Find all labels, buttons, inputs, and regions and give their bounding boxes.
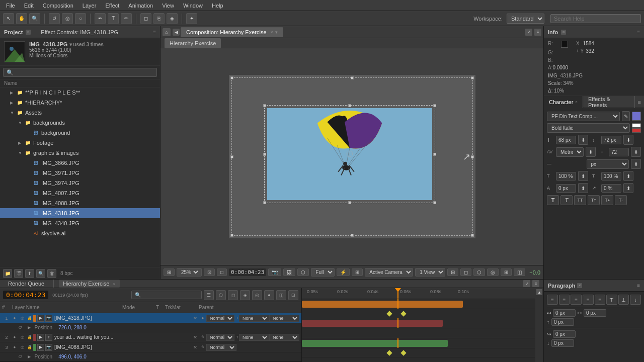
stroke-color-chip[interactable] [632, 128, 641, 133]
skew-arrows[interactable]: ⬍ [623, 183, 633, 193]
tool-eraser[interactable]: ◈ [167, 13, 178, 24]
inner-handle-bl[interactable] [263, 201, 266, 204]
info-panel-menu[interactable]: ≡ [637, 29, 640, 35]
layer-parent-select-1[interactable]: None [269, 315, 299, 322]
menu-layer[interactable]: Layer [78, 2, 101, 10]
menu-view[interactable]: View [158, 2, 178, 10]
handle-tc[interactable] [351, 76, 354, 79]
menu-help[interactable]: Help [208, 2, 227, 10]
layer-row-1[interactable]: 1 ● ◎ 🔒 ▶ 📷 [IMG_4318.JPG] fx ● [0, 313, 301, 323]
layer-preserve-1[interactable]: T [235, 315, 239, 322]
layer-motion-3[interactable]: ✎ [199, 344, 206, 351]
tracking-input[interactable] [609, 148, 629, 156]
workspace-select[interactable]: Standard [507, 14, 544, 24]
tree-item-img3971[interactable]: 🖼 IMG_3971.JPG [0, 168, 160, 178]
tl-adj-btn[interactable]: ◎ [252, 290, 262, 300]
tl-null-btn[interactable]: ◻ [228, 290, 238, 300]
comp-prev-btn[interactable]: ◀ [173, 29, 180, 36]
baseline-input[interactable] [556, 184, 576, 193]
render-queue-tab[interactable]: Render Queue [4, 280, 48, 288]
handle-tl[interactable] [230, 76, 233, 79]
skew-input[interactable] [601, 184, 621, 193]
handle-br[interactable] [471, 234, 474, 237]
menu-animation[interactable]: Animation [124, 2, 157, 10]
inner-handle-tr[interactable] [433, 104, 436, 107]
tl-time-ruler[interactable]: 0:05s 0:02s 0:04s 0:06s 0:08s 0:10s [302, 288, 535, 299]
comp-tab-arrow[interactable]: ▾ [275, 30, 278, 35]
render-preview-btn[interactable]: ◻ [460, 268, 471, 276]
justify-all-btn[interactable]: ≡ [595, 295, 606, 305]
fill-color-chip[interactable] [632, 123, 641, 128]
small-caps-btn[interactable]: TT [588, 195, 600, 205]
align-left-btn[interactable]: ≡ [547, 295, 558, 305]
tool-orbit[interactable]: ○ [75, 13, 86, 24]
handle-mr[interactable] [471, 155, 474, 158]
tree-item-img4318[interactable]: 🖼 IMG_4318.JPG [0, 208, 160, 218]
tl-scroll-up[interactable]: ▲ [536, 289, 542, 295]
effects-presets-tab[interactable]: Effects & Presets [583, 96, 635, 108]
info-tab-close[interactable]: × [561, 30, 566, 35]
view-select[interactable]: 1 View [415, 268, 445, 277]
search-btn[interactable]: 🔍 [36, 269, 45, 278]
comp-menu-btn[interactable]: ≡ [534, 29, 541, 36]
menu-composition[interactable]: Composition [39, 2, 77, 10]
layer-solo-1[interactable]: ◎ [19, 315, 26, 322]
space-after-input[interactable] [551, 339, 574, 347]
inner-handle-br[interactable] [433, 201, 436, 204]
menu-effect[interactable]: Effect [101, 2, 123, 10]
view-layout-btn[interactable]: ⊟ [447, 268, 458, 276]
handle-tr[interactable] [471, 76, 474, 79]
layer-mode-select-3[interactable]: Normal [206, 344, 236, 351]
tool-zoom[interactable]: 🔍 [29, 13, 40, 24]
v-scale-input[interactable] [601, 172, 621, 180]
layer-expand-1[interactable]: ▶ [37, 315, 44, 322]
zoom-dropdown[interactable]: 25% [179, 269, 200, 276]
tree-item-img3974[interactable]: 🖼 IMG_3974.JPG [0, 178, 160, 188]
h-scale-input[interactable] [556, 172, 576, 180]
font-name-select[interactable]: PF Din Text Comp ... [547, 112, 620, 121]
align-top-btn[interactable]: ⊤ [606, 295, 617, 305]
draft-3d-btn[interactable]: ◫ [514, 268, 525, 276]
v-scale-arrows[interactable]: ⬍ [623, 171, 633, 181]
import-btn[interactable]: ⬆ [25, 269, 34, 278]
tree-item-background[interactable]: 🖼 background [0, 128, 160, 138]
tl-menu-btn[interactable]: ≡ [532, 280, 539, 287]
tl-frame-mix-btn[interactable]: ⊡ [288, 290, 298, 300]
layer-fx-1[interactable]: fx [192, 315, 199, 322]
kerning-arrows[interactable]: ⬍ [586, 147, 596, 157]
superscript-btn[interactable]: T+ [601, 195, 613, 205]
zoom-select[interactable]: 25% [177, 268, 202, 277]
tool-camera[interactable]: ◎ [62, 13, 73, 24]
camera-select[interactable]: Active Camera [365, 268, 413, 277]
char-panel-menu[interactable]: ≡ [635, 99, 644, 105]
quality-select[interactable]: Full [311, 268, 335, 277]
tree-item-hierarchy[interactable]: ▶ 📁 *HIERARCHY* [0, 98, 160, 108]
grid-btn[interactable]: ⊞ [352, 268, 363, 276]
delete-btn[interactable]: 🗑 [47, 269, 56, 278]
comp-timecode[interactable]: 0:00:04:23 [229, 268, 266, 276]
layer-lock-1[interactable]: 🔒 [26, 315, 33, 322]
layer-eye-3[interactable]: ● [11, 344, 18, 351]
tool-rotate[interactable]: ↺ [49, 13, 60, 24]
comp-maximize-btn[interactable]: ⤢ [525, 29, 532, 36]
indent-left-input[interactable] [553, 309, 576, 317]
tl-maximize-btn[interactable]: ⤢ [523, 280, 530, 287]
tool-hand[interactable]: ✋ [16, 13, 27, 24]
handle-bc[interactable] [351, 234, 354, 237]
tl-shape-btn[interactable]: ◈ [240, 290, 250, 300]
snap-toggle-btn[interactable]: ⊞ [164, 268, 175, 276]
font-browse-btn[interactable]: ✎ [622, 111, 630, 121]
align-center-btn[interactable]: ≡ [559, 295, 570, 305]
tl-draft-btn[interactable]: ◫ [276, 290, 286, 300]
comp-flow-btn[interactable]: ⬡ [473, 268, 485, 276]
baseline-arrows[interactable]: ⬍ [578, 183, 588, 193]
tree-item-assets[interactable]: ▼ 📁 Assets [0, 108, 160, 118]
units-arrows[interactable]: ⬍ [631, 159, 641, 169]
layer-preserve-2[interactable]: T [235, 334, 239, 341]
menu-edit[interactable]: Edit [20, 2, 38, 10]
bold-btn[interactable]: T [547, 195, 559, 205]
subscript-btn[interactable]: T- [615, 195, 627, 205]
layer-row-2[interactable]: 2 ● ◎ 🔒 ▶ T your ad... waiting for you..… [0, 332, 301, 342]
project-search-input[interactable] [3, 68, 157, 77]
layer-row-3[interactable]: 3 ● ◎ 🔒 ▶ 📷 [IMG_4088.JPG] fx ✎ [0, 342, 301, 352]
